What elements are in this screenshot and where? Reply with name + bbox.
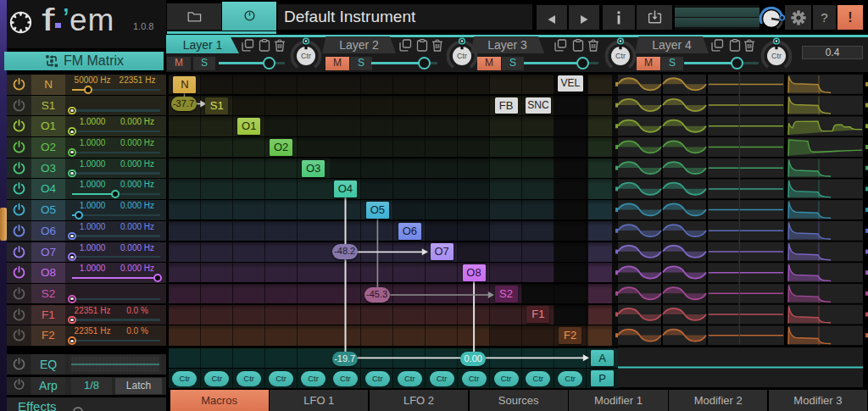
svg-text:Ctr: Ctr (771, 52, 782, 60)
svg-text:Ctr: Ctr (301, 52, 311, 60)
svg-text:Ctr: Ctr (615, 52, 626, 60)
svg-text:Ctr: Ctr (457, 52, 467, 60)
